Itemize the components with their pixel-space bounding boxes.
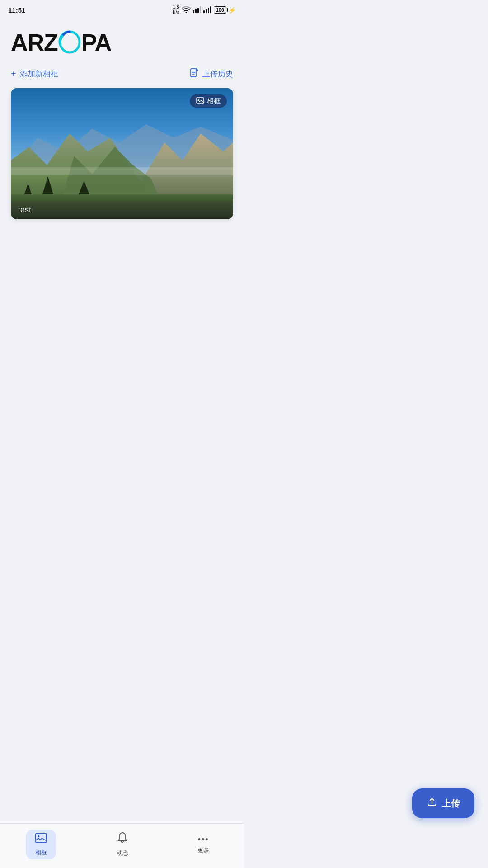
frame-badge-label: 相框	[207, 97, 221, 105]
frame-name-label: test	[11, 201, 233, 219]
logo-o-icon	[58, 30, 81, 55]
upload-history-label: 上传历史	[202, 69, 233, 79]
status-icons: 1.8K/s 100 ⚡	[173, 5, 236, 15]
svg-rect-3	[200, 6, 201, 13]
signal-icon-2	[203, 6, 211, 14]
frame-image	[11, 88, 233, 219]
svg-rect-5	[206, 9, 207, 13]
wifi-icon	[182, 6, 191, 14]
svg-rect-1	[195, 9, 197, 13]
logo-area: ARZ PA	[11, 30, 233, 55]
plus-icon: +	[11, 69, 16, 79]
upload-history-button[interactable]: 上传历史	[190, 68, 233, 80]
frame-badge-icon	[196, 97, 204, 105]
svg-rect-4	[203, 10, 205, 13]
status-bar: 11:51 1.8K/s	[0, 0, 244, 18]
action-row: + 添加新相框 上传历史	[11, 68, 233, 80]
svg-rect-6	[208, 8, 209, 13]
frame-card[interactable]: 相框 test	[11, 88, 233, 219]
battery-indicator: 100	[214, 6, 226, 14]
signal-icon-1	[193, 6, 201, 14]
status-time: 11:51	[8, 6, 25, 14]
svg-point-21	[198, 99, 199, 100]
svg-rect-0	[193, 10, 194, 13]
upload-history-icon	[190, 68, 199, 80]
svg-rect-18	[47, 185, 48, 194]
svg-rect-2	[197, 8, 199, 13]
frame-name-text: test	[18, 205, 31, 214]
svg-rect-19	[11, 167, 233, 175]
svg-rect-7	[210, 6, 211, 13]
logo-prefix: ARZ	[11, 31, 58, 54]
app-logo: ARZ PA	[11, 30, 233, 55]
charging-icon: ⚡	[229, 7, 236, 14]
network-speed: 1.8K/s	[173, 5, 179, 15]
add-frame-button[interactable]: + 添加新相框	[11, 69, 58, 79]
svg-rect-20	[197, 98, 204, 103]
logo-suffix: PA	[81, 31, 111, 54]
add-frame-label: 添加新相框	[20, 69, 58, 79]
main-content: ARZ PA + 添加新相框	[0, 18, 244, 228]
frame-badge: 相框	[190, 94, 227, 108]
